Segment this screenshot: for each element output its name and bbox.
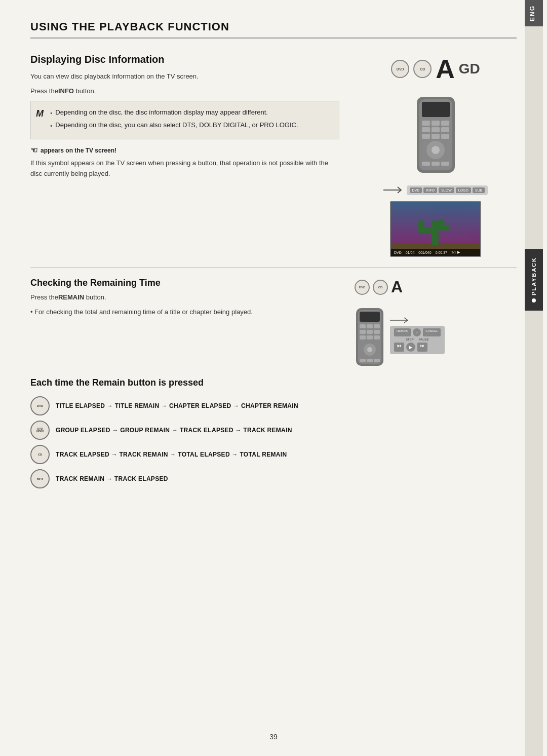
svg-rect-15: [432, 162, 440, 166]
divider-1: [30, 267, 517, 268]
remain-btn-row-2: ⏮ ▶ ⏭: [394, 343, 441, 352]
svg-rect-10: [432, 134, 440, 139]
section1-left: Displaying Disc Information You can view…: [30, 54, 339, 257]
svg-rect-35: [374, 335, 380, 339]
svg-rect-38: [360, 359, 366, 362]
page: ENG PLAYBACK USING THE PLAYBACK FUNCTION…: [0, 0, 547, 756]
svg-rect-32: [374, 330, 380, 334]
remain-disc-cd: CD: [30, 445, 50, 464]
section1-title: Displaying Disc Information: [30, 54, 339, 65]
svg-rect-11: [441, 134, 449, 139]
panel-btn-3: SLOW: [439, 187, 454, 193]
big-gd-label: GD: [459, 61, 480, 77]
svg-rect-8: [441, 127, 449, 132]
note-item-1: ▪ Depending on the disc, the disc inform…: [50, 107, 331, 118]
big-a-2: A: [391, 278, 403, 296]
disc-icons-row: DVD CD A GD: [391, 56, 480, 82]
prev-btn[interactable]: ⏮: [394, 343, 404, 352]
play-btn[interactable]: ▶: [406, 343, 415, 352]
svg-rect-33: [360, 335, 366, 339]
svg-rect-30: [360, 330, 366, 334]
step-label: STEP: [406, 338, 414, 341]
section1-body: You can view disc playback information o…: [30, 71, 339, 82]
pause-label: PAUSE: [419, 338, 429, 341]
svg-rect-31: [367, 330, 373, 334]
playback-dot: [532, 298, 536, 303]
circle-btn[interactable]: ○: [413, 328, 421, 336]
svg-rect-39: [367, 359, 373, 362]
section2-bullet: • For checking the total and remaining t…: [30, 307, 339, 318]
svg-rect-19: [432, 220, 439, 245]
panel-btn-4: LOGO: [456, 187, 471, 193]
section2-layout: Checking the Remaining Time Press theREM…: [30, 278, 517, 367]
svg-rect-9: [422, 134, 430, 139]
remain-btn-row-1: REMAIN ○ CANCEL: [394, 328, 441, 336]
remain-bold: REMAIN: [58, 293, 84, 301]
cactus-svg: [391, 201, 480, 256]
note-box: M ▪ Depending on the disc, the disc info…: [30, 101, 339, 139]
remain-flow-1: GROUP ELAPSED → GROUP REMAIN → TRACK ELA…: [56, 427, 292, 434]
svg-rect-23: [439, 219, 445, 231]
info-bold: INFO: [58, 87, 74, 95]
arrow-remain: [390, 317, 410, 324]
panel-btn-5: SUB: [473, 187, 485, 193]
big-a-letter: A: [436, 56, 455, 82]
remain-row-0: DVD TITLE ELAPSED → TITLE REMAIN → CHAPT…: [30, 396, 517, 415]
hand-label: appears on the TV screen!: [41, 147, 116, 154]
remain-control-panel: REMAIN ○ CANCEL STEP PAUSE ⏮ ▶: [390, 326, 445, 354]
note-bullet-1: ▪: [50, 108, 52, 118]
next-btn[interactable]: ⏭: [417, 343, 427, 352]
section1-layout: Displaying Disc Information You can view…: [30, 54, 517, 257]
remain-row-3: MP3 TRACK REMAIN → TRACK ELAPSED: [30, 469, 517, 488]
panel-btn-1: DVD: [410, 187, 422, 193]
svg-rect-4: [432, 121, 440, 126]
remain-btn[interactable]: REMAIN: [394, 328, 411, 336]
remain-row-1: DVDVIDEO GROUP ELAPSED → GROUP REMAIN → …: [30, 421, 517, 440]
svg-rect-7: [432, 127, 440, 132]
tv-chapter: 001/040: [418, 251, 431, 254]
svg-rect-29: [374, 324, 380, 328]
note-text-1: Depending on the disc, the disc informat…: [55, 107, 268, 118]
page-number: 39: [269, 733, 278, 741]
svg-rect-16: [441, 162, 449, 166]
remain-flow-0: TITLE ELAPSED → TITLE REMAIN → CHAPTER E…: [56, 402, 298, 409]
arrow-svg: [383, 185, 404, 195]
cancel-btn[interactable]: CANCEL: [423, 328, 440, 336]
note-m-letter: M: [36, 106, 44, 121]
dvd-icon-2: DVD: [355, 280, 370, 295]
hand-title: ☜ appears on the TV screen!: [30, 145, 339, 155]
panel-buttons: DVD INFO SLOW LOGO SUB: [407, 185, 488, 195]
remain-panel-area: REMAIN ○ CANCEL STEP PAUSE ⏮ ▶: [390, 317, 445, 354]
section3-title: Each time the Remain button is pressed: [30, 377, 517, 388]
tv-info-bar: DVD 01/04 001/040 0:00:37 1/1 ▶: [391, 249, 480, 256]
svg-rect-40: [374, 359, 380, 362]
note-item-2: ▪ Depending on the disc, you can also se…: [50, 120, 331, 131]
svg-rect-26: [360, 312, 380, 322]
remote-svg-2: [355, 307, 385, 367]
section2-right: DVD CD A: [355, 278, 517, 367]
remain-remote-layout: REMAIN ○ CANCEL STEP PAUSE ⏮ ▶: [355, 307, 445, 367]
section2-left: Checking the Remaining Time Press theREM…: [30, 278, 339, 367]
cd-icon-2: CD: [373, 280, 388, 295]
svg-rect-6: [422, 127, 430, 132]
tv-time: 0:00:37: [436, 251, 447, 254]
section1-right: DVD CD A GD: [355, 54, 517, 257]
section2-disc-icons: DVD CD A: [355, 278, 403, 296]
section3: Each time the Remain button is pressed D…: [30, 377, 517, 488]
remain-row-2: CD TRACK ELAPSED → TRACK REMAIN → TOTAL …: [30, 445, 517, 464]
svg-point-37: [367, 347, 372, 352]
right-sidebar: ENG PLAYBACK: [521, 0, 547, 756]
svg-rect-21: [418, 220, 424, 233]
dvd-icon: DVD: [391, 60, 409, 78]
remain-labels-row: STEP PAUSE: [394, 338, 441, 341]
remain-rows: DVD TITLE ELAPSED → TITLE REMAIN → CHAPT…: [30, 396, 517, 488]
remote-control-1: [414, 94, 457, 177]
svg-rect-5: [441, 121, 449, 126]
tv-disc-num: 01/04: [406, 251, 415, 254]
note-bullet-2: ▪: [50, 121, 52, 131]
section2-title: Checking the Remaining Time: [30, 278, 339, 288]
panel-btn-2: INFO: [423, 187, 437, 193]
note-content: ▪ Depending on the disc, the disc inform…: [50, 107, 331, 131]
hand-icon: ☜: [30, 145, 37, 155]
cd-icon: CD: [413, 60, 432, 78]
